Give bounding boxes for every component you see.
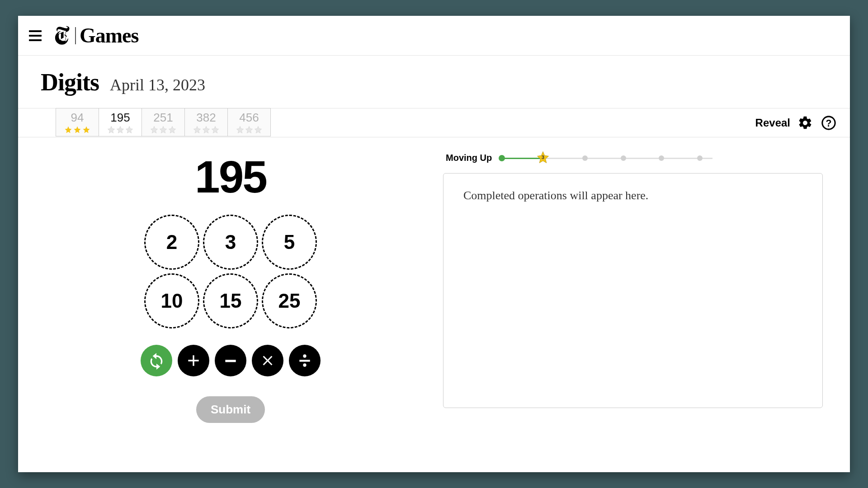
- number-5[interactable]: 5: [262, 215, 317, 270]
- tab-stars: [185, 125, 227, 134]
- tab-stars: [228, 125, 270, 134]
- tab-target: 94: [56, 108, 99, 125]
- game-name: Digits: [40, 68, 100, 96]
- progress-row: Moving Up 3: [443, 153, 823, 163]
- progress-dot-start: [499, 155, 505, 161]
- number-grid: 235101525: [144, 215, 317, 328]
- svg-point-5: [303, 363, 306, 366]
- tab-stars: [142, 125, 184, 134]
- target-number: 195: [195, 151, 266, 203]
- puzzle-tab-382[interactable]: 382: [184, 108, 228, 136]
- titlebar: Digits April 13, 2023: [18, 56, 850, 108]
- game-date: April 13, 2023: [110, 75, 205, 94]
- progress-dot: [697, 155, 703, 161]
- number-10[interactable]: 10: [144, 273, 199, 328]
- number-15[interactable]: 15: [203, 273, 258, 328]
- progress-dot: [582, 155, 588, 161]
- plus-button[interactable]: [178, 345, 209, 376]
- progress-bar: 3: [500, 156, 712, 160]
- number-2[interactable]: 2: [144, 215, 199, 270]
- svg-text:?: ?: [826, 118, 832, 129]
- tab-target: 456: [228, 108, 270, 125]
- progress-dot: [659, 155, 664, 161]
- tab-target: 195: [99, 108, 142, 125]
- app-frame: Games Digits April 13, 2023 941952513824…: [18, 16, 850, 472]
- number-25[interactable]: 25: [262, 273, 317, 328]
- operation-row: [141, 345, 321, 376]
- puzzle-tab-195[interactable]: 195: [99, 108, 142, 136]
- brand-divider: [75, 27, 76, 44]
- operations-placeholder: Completed operations will appear here.: [463, 189, 648, 202]
- divide-button[interactable]: [289, 345, 321, 376]
- menu-icon[interactable]: [29, 28, 43, 43]
- play-area: 195 235101525 Submit: [18, 137, 850, 423]
- progress-star: 3: [536, 150, 550, 166]
- tab-target: 382: [185, 108, 227, 125]
- right-pane: Moving Up 3 Completed operations will ap…: [443, 151, 823, 423]
- svg-rect-4: [299, 360, 310, 361]
- svg-rect-2: [225, 360, 236, 362]
- puzzle-tab-94[interactable]: 94: [56, 108, 99, 136]
- nyt-t-icon: [54, 26, 73, 46]
- puzzle-tab-251[interactable]: 251: [142, 108, 185, 136]
- brand-logo[interactable]: Games: [54, 23, 138, 47]
- gear-icon[interactable]: [797, 114, 814, 131]
- submit-button[interactable]: Submit: [196, 396, 265, 423]
- tab-stars: [99, 125, 142, 134]
- multiply-button[interactable]: [252, 345, 283, 376]
- reveal-button[interactable]: Reveal: [755, 117, 790, 129]
- progress-label: Moving Up: [446, 153, 492, 163]
- brand-word: Games: [80, 23, 138, 47]
- puzzle-tab-row: 94195251382456 Reveal ?: [18, 108, 850, 137]
- tab-target: 251: [142, 108, 184, 125]
- topbar: Games: [18, 16, 850, 56]
- progress-dot: [621, 155, 626, 161]
- svg-text:3: 3: [542, 154, 544, 160]
- puzzle-tabs: 94195251382456: [56, 108, 271, 136]
- puzzle-tab-456[interactable]: 456: [227, 108, 271, 136]
- minus-button[interactable]: [215, 345, 246, 376]
- help-icon[interactable]: ?: [820, 114, 837, 131]
- svg-point-3: [303, 354, 306, 357]
- tab-stars: [56, 125, 99, 134]
- left-pane: 195 235101525 Submit: [45, 151, 416, 423]
- undo-button[interactable]: [141, 345, 172, 376]
- tab-actions: Reveal ?: [755, 108, 837, 137]
- number-3[interactable]: 3: [203, 215, 258, 270]
- operations-log: Completed operations will appear here.: [443, 173, 823, 408]
